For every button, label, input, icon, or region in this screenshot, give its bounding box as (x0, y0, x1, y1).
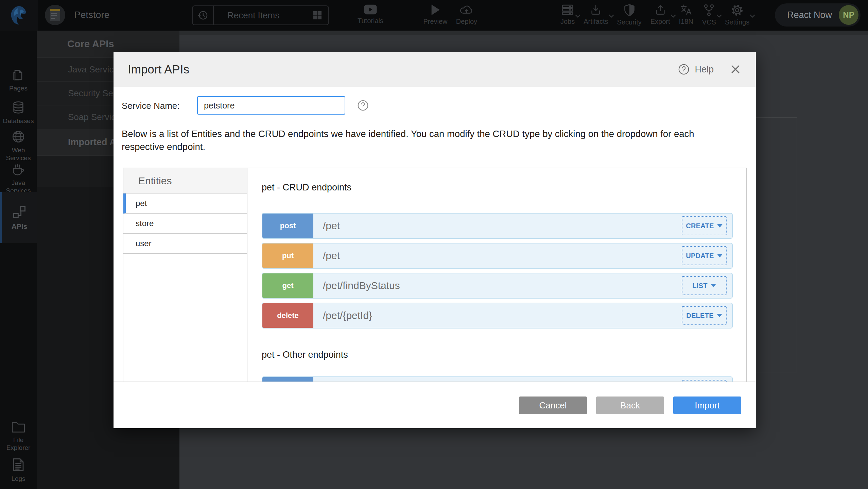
caret-down-icon (717, 254, 723, 257)
crud-section-heading: pet - CRUD endpoints (262, 182, 733, 193)
pages-icon (12, 68, 25, 82)
close-icon[interactable] (729, 63, 742, 75)
i18n-menu[interactable]: I18N (675, 4, 698, 26)
wave-logo-icon (10, 5, 28, 25)
folder-icon (11, 421, 25, 433)
endpoint-row-delete-petid: delete /pet/{petId} DELETE (262, 303, 733, 328)
artifacts-menu[interactable]: Artifacts (579, 4, 612, 26)
endpoint-row-put-pet: put /pet UPDATE (262, 243, 733, 269)
export-icon (654, 4, 666, 16)
entities-endpoints-container: Entities pet store user pet - CRUD endpo… (123, 168, 747, 382)
import-button[interactable]: Import (673, 397, 741, 414)
crud-type-dropdown-update[interactable]: UPDATE (682, 246, 727, 265)
endpoints-panel: pet - CRUD endpoints post /pet CREATE pu… (247, 168, 746, 382)
crud-type-dropdown-delete[interactable]: DELETE (682, 306, 727, 325)
branch-icon (703, 4, 715, 16)
vcs-menu[interactable]: VCS (698, 4, 721, 26)
entity-item-pet[interactable]: pet (123, 193, 247, 214)
entity-item-store[interactable]: store (123, 214, 247, 234)
help-circle-icon (678, 64, 690, 75)
entity-item-user[interactable]: user (123, 234, 247, 254)
endpoint-path: /pet (323, 220, 340, 232)
cancel-button[interactable]: Cancel (519, 397, 587, 414)
caret-down-icon (717, 314, 722, 317)
globe-icon (12, 130, 25, 144)
recent-items[interactable]: Recent Items (192, 5, 329, 25)
sidebar-item-pages[interactable]: Pages (0, 68, 37, 92)
endpoint-path: /pet/findByStatus (323, 280, 400, 291)
database-icon (12, 101, 25, 114)
security-menu[interactable]: Security (613, 4, 646, 26)
service-name-label: Service Name: (122, 96, 180, 115)
sidebar-item-apis[interactable]: APIs (0, 192, 37, 243)
deploy-cloud-icon (459, 4, 474, 16)
method-badge-delete: delete (262, 303, 313, 328)
jobs-icon (561, 4, 574, 16)
project-name: Petstore (74, 10, 109, 20)
modal-header: Import APIs Help (114, 52, 756, 87)
sidebar-item-web-services[interactable]: Web Services (0, 130, 37, 162)
service-name-input[interactable] (197, 96, 345, 115)
recent-items-label: Recent Items (214, 10, 312, 21)
left-rail: Pages Databases Web Services (0, 31, 37, 489)
modal-title: Import APIs (128, 52, 189, 87)
sidebar-item-logs[interactable]: Logs (0, 458, 37, 483)
preview-play-icon (430, 4, 440, 16)
security-shield-icon (624, 4, 635, 16)
topbar-tools: Jobs Artifacts (556, 4, 754, 26)
tutorials-icon (364, 4, 377, 15)
history-icon (193, 6, 214, 24)
canvas-toolbar-strip (179, 31, 868, 35)
crud-type-dropdown-create[interactable]: CREATE (682, 216, 727, 235)
entities-list: Entities pet store user (123, 168, 247, 382)
modal-description: Below is a list of Entities and the CRUD… (122, 128, 737, 153)
project-icon (45, 5, 65, 25)
scroll-divider (114, 382, 756, 382)
import-apis-modal: Import APIs Help Service Name: (114, 52, 756, 428)
user-avatar[interactable]: NP (839, 5, 858, 25)
method-badge-post: post (262, 214, 313, 238)
endpoint-row-post-pet: post /pet CREATE (262, 213, 733, 239)
endpoint-path: /pet (323, 250, 340, 262)
back-button[interactable]: Back (596, 397, 664, 414)
modal-footer: Cancel Back Import (519, 397, 741, 414)
artifacts-icon (590, 4, 602, 16)
method-badge-get: get (262, 273, 313, 298)
react-now-button[interactable]: React Now NP (775, 3, 861, 27)
chevron-down-icon (750, 14, 755, 18)
tutorials-button[interactable]: Tutorials (352, 4, 389, 25)
question-circle-icon[interactable] (357, 99, 369, 112)
help-button[interactable]: Help (678, 52, 714, 87)
apis-flow-icon (12, 205, 27, 220)
caret-down-icon (711, 284, 716, 287)
entities-header: Entities (123, 168, 247, 193)
endpoint-row-get-findbystatus: get /pet/findByStatus LIST (262, 273, 733, 299)
sidebar-item-file-explorer[interactable]: File Explorer (0, 421, 37, 452)
sidebar-item-java-services[interactable]: Java Services (0, 163, 37, 195)
wavemaker-studio: Petstore Recent Items (0, 0, 868, 489)
other-section-heading: pet - Other endpoints (262, 350, 733, 360)
endpoint-path: /pet/{petId} (323, 310, 372, 321)
method-badge-put: put (262, 243, 313, 268)
grid-icon[interactable] (312, 10, 323, 21)
export-menu[interactable]: Export (646, 4, 675, 26)
deploy-button[interactable]: Deploy (448, 4, 485, 26)
log-file-icon (12, 458, 25, 472)
settings-menu[interactable]: Settings (721, 4, 754, 26)
sidebar-item-databases[interactable]: Databases (0, 101, 37, 125)
topbar: Petstore Recent Items (0, 0, 868, 31)
gear-icon (731, 4, 743, 16)
project-switcher[interactable]: Petstore (45, 5, 109, 25)
translate-icon (680, 4, 692, 16)
coffee-cup-icon (11, 163, 25, 176)
crud-type-dropdown-list[interactable]: LIST (682, 276, 727, 295)
app-logo[interactable] (0, 0, 38, 31)
jobs-menu[interactable]: Jobs (556, 4, 579, 26)
caret-down-icon (717, 224, 723, 227)
